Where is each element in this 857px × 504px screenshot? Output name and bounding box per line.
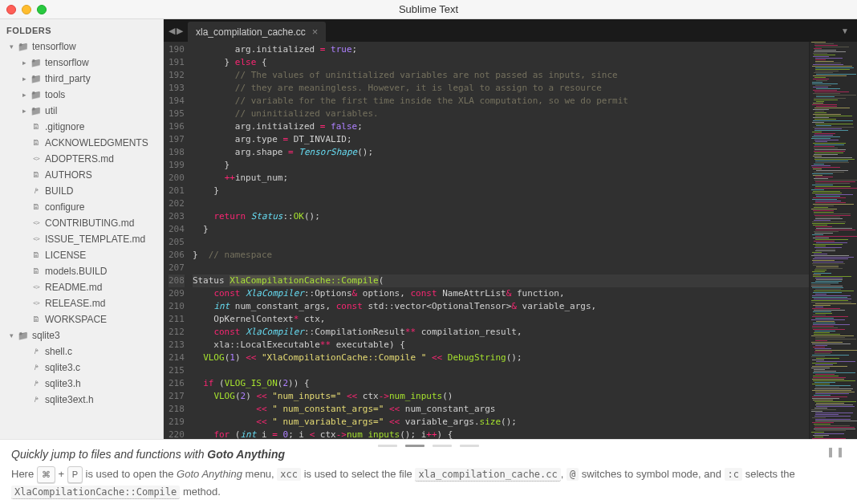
key-p: P — [67, 466, 83, 483]
tree-item[interactable]: AUTHORS — [0, 167, 163, 183]
window-title: Sublime Text — [0, 3, 857, 15]
tree-item[interactable]: sqlite3.c — [0, 360, 163, 376]
tree-item-label: README.md — [45, 281, 102, 294]
tree-item-label: configure — [45, 201, 84, 213]
code-icon — [30, 298, 42, 309]
tree-item-label: sqlite3ext.h — [45, 393, 94, 406]
tree-item-label: .gitignore — [45, 120, 84, 133]
star-icon — [30, 185, 42, 197]
folder-icon — [30, 73, 42, 84]
tree-item-label: ADOPTERS.md — [45, 152, 114, 165]
tree-item-label: sqlite3.c — [45, 361, 80, 374]
tip-title: Quickly jump to files and functions with… — [11, 448, 846, 461]
folder-icon — [18, 330, 29, 341]
tree-item[interactable]: models.BUILD — [0, 263, 163, 279]
code-area[interactable]: 1901911921931941951961971981992002012022… — [164, 42, 857, 439]
disclosure-icon: ▸ — [22, 56, 30, 69]
tab-fwd-icon[interactable]: ▶ — [177, 26, 183, 36]
tree-item[interactable]: RELEASE.md — [0, 295, 163, 311]
disclosure-icon: ▸ — [22, 72, 30, 85]
tree-item-label: models.BUILD — [45, 265, 107, 278]
indicator-dot[interactable] — [405, 445, 424, 447]
tip-indicators — [378, 445, 479, 447]
file-icon — [30, 266, 42, 277]
star-icon — [30, 362, 42, 373]
tree-item-label: sqlite3 — [32, 329, 60, 342]
folder-icon — [30, 105, 42, 116]
tree-item[interactable]: README.md — [0, 279, 163, 295]
indicator-dot[interactable] — [460, 445, 479, 447]
tree-item[interactable]: .gitignore — [0, 119, 163, 135]
tree-item-label: tensorflow — [32, 40, 76, 53]
tab-bar: ◀ ▶ xla_compilation_cache.cc × ▼ — [164, 19, 857, 42]
folder-icon — [18, 41, 29, 52]
file-icon — [30, 201, 42, 213]
tip-panel: ❚❚ Quickly jump to files and functions w… — [0, 439, 857, 504]
code-icon — [30, 282, 42, 293]
tree-item-label: tensorflow — [45, 56, 89, 69]
tree-item[interactable]: ▾sqlite3 — [0, 327, 163, 343]
code-icon — [30, 153, 42, 165]
star-icon — [30, 378, 42, 389]
line-gutter: 1901911921931941951961971981992002012022… — [164, 42, 193, 439]
file-icon — [30, 314, 42, 325]
tree-item[interactable]: ▸util — [0, 103, 163, 119]
tree-item-label: ACKNOWLEDGMENTS — [45, 136, 148, 149]
tree-item[interactable]: sqlite3ext.h — [0, 392, 163, 408]
folder-icon — [30, 57, 42, 68]
tree-item-label: sqlite3.h — [45, 377, 81, 390]
tree-item[interactable]: ACKNOWLEDGMENTS — [0, 135, 163, 151]
folder-icon — [30, 89, 42, 100]
code-content[interactable]: arg.initialized = true; } else { // The … — [193, 42, 809, 439]
tree-item[interactable]: ISSUE_TEMPLATE.md — [0, 231, 163, 247]
tab-back-icon[interactable]: ◀ — [169, 26, 175, 36]
tree-item-label: AUTHORS — [45, 169, 92, 181]
folders-header: FOLDERS — [0, 22, 163, 39]
tree-item-label: BUILD — [45, 185, 73, 197]
tree-item-label: RELEASE.md — [45, 297, 105, 310]
code-icon — [30, 217, 42, 229]
code-icon — [30, 234, 42, 245]
disclosure-icon: ▸ — [22, 88, 30, 101]
star-icon — [30, 346, 42, 357]
tree-item-label: third_party — [45, 72, 91, 85]
file-icon — [30, 137, 42, 148]
tree-item[interactable]: WORKSPACE — [0, 311, 163, 327]
tree-item[interactable]: ▸third_party — [0, 71, 163, 87]
tab-label: xla_compilation_cache.cc — [196, 26, 306, 38]
folder-tree: ▾tensorflow▸tensorflow▸third_party▸tools… — [0, 39, 163, 408]
tree-item[interactable]: LICENSE — [0, 247, 163, 263]
tip-body: Here ⌘ + P is used to open the Goto Anyt… — [11, 465, 846, 501]
disclosure-icon: ▸ — [22, 104, 30, 117]
tree-item-label: CONTRIBUTING.md — [45, 217, 134, 230]
tab-active[interactable]: xla_compilation_cache.cc × — [188, 22, 326, 42]
minimap[interactable] — [809, 42, 857, 439]
file-icon — [30, 250, 42, 261]
disclosure-icon: ▾ — [10, 329, 18, 342]
tree-item-label: LICENSE — [45, 249, 86, 262]
tree-item-label: tools — [45, 88, 65, 101]
indicator-dot[interactable] — [378, 445, 397, 447]
file-icon — [30, 121, 42, 132]
tab-close-icon[interactable]: × — [312, 26, 319, 38]
window-titlebar: Sublime Text — [0, 0, 857, 19]
tree-item-label: ISSUE_TEMPLATE.md — [45, 233, 145, 246]
editor-pane: ◀ ▶ xla_compilation_cache.cc × ▼ 1901911… — [164, 19, 857, 439]
indicator-dot[interactable] — [433, 445, 452, 447]
tree-item-label: shell.c — [45, 345, 72, 358]
tree-item[interactable]: ▸tensorflow — [0, 55, 163, 71]
file-icon — [30, 169, 42, 181]
star-icon — [30, 394, 42, 405]
tree-item-label: WORKSPACE — [45, 313, 107, 326]
tree-item[interactable]: configure — [0, 199, 163, 215]
tree-item[interactable]: CONTRIBUTING.md — [0, 215, 163, 231]
tab-nav: ◀ ▶ — [164, 19, 188, 42]
tree-item[interactable]: BUILD — [0, 183, 163, 199]
tab-menu-icon[interactable]: ▼ — [833, 19, 857, 42]
tree-item[interactable]: ADOPTERS.md — [0, 151, 163, 167]
tree-item[interactable]: shell.c — [0, 343, 163, 360]
tree-item[interactable]: ▸tools — [0, 87, 163, 103]
tree-item[interactable]: sqlite3.h — [0, 376, 163, 392]
pause-icon[interactable]: ❚❚ — [827, 446, 846, 457]
tree-item[interactable]: ▾tensorflow — [0, 39, 163, 55]
